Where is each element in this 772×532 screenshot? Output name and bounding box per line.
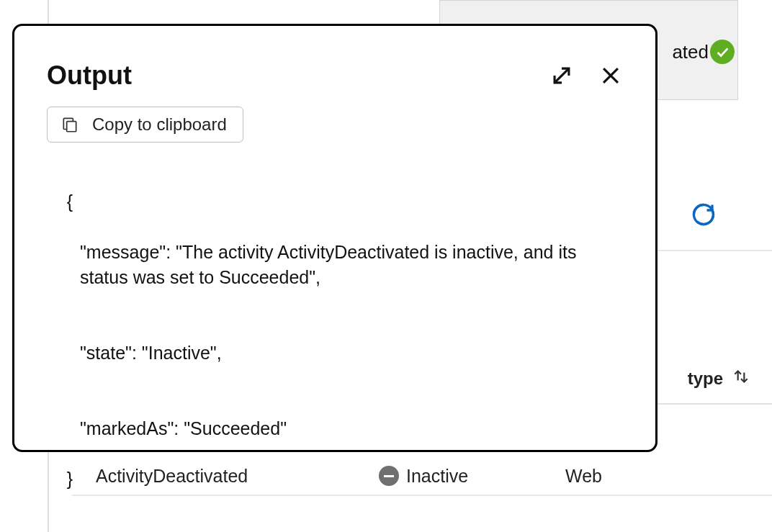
dialog-header: Output (47, 60, 623, 91)
validated-badge: ated (672, 40, 735, 64)
validated-badge-text: ated (672, 41, 709, 63)
json-line-message: "message": "The activity ActivityDeactiv… (47, 240, 623, 290)
copy-icon (60, 115, 79, 134)
refresh-button[interactable] (691, 202, 717, 227)
column-header-label: type (688, 369, 723, 389)
column-header-type[interactable]: type (688, 367, 750, 390)
svg-line-0 (555, 68, 569, 83)
json-close-brace: } (67, 469, 73, 489)
json-open-brace: { (67, 191, 73, 212)
dialog-actions (549, 63, 623, 88)
output-json: { "message": "The activity ActivityDeact… (47, 164, 623, 517)
json-line-markedas: "markedAs": "Succeeded" (47, 416, 623, 441)
sort-icon (732, 367, 750, 390)
checkmark-icon (710, 40, 735, 64)
output-dialog: Output Copy to clipboard (12, 24, 657, 452)
dialog-title: Output (47, 60, 132, 91)
close-button[interactable] (598, 63, 623, 88)
copy-to-clipboard-button[interactable]: Copy to clipboard (47, 107, 243, 143)
expand-button[interactable] (549, 63, 574, 88)
copy-button-label: Copy to clipboard (92, 114, 227, 135)
svg-rect-3 (67, 122, 76, 132)
json-line-state: "state": "Inactive", (47, 341, 623, 366)
